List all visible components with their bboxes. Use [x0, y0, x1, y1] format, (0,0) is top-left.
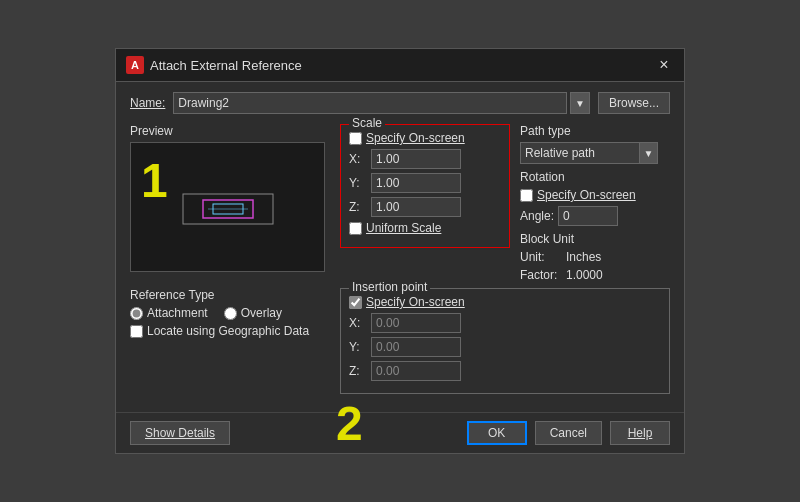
dialog-body: Name: ▼ Browse... Preview — [116, 82, 684, 412]
close-button[interactable]: × — [654, 55, 674, 75]
geographic-label: Locate using Geographic Data — [147, 324, 309, 338]
insertion-y-row: Y: — [349, 337, 661, 357]
insertion-z-row: Z: — [349, 361, 661, 381]
attachment-option[interactable]: Attachment — [130, 306, 208, 320]
scale-x-label: X: — [349, 152, 367, 166]
path-type-label: Path type — [520, 124, 670, 138]
factor-value: 1.0000 — [566, 268, 603, 282]
attachment-radio[interactable] — [130, 307, 143, 320]
scale-z-label: Z: — [349, 200, 367, 214]
unit-key: Unit: — [520, 250, 560, 264]
overlay-option[interactable]: Overlay — [224, 306, 282, 320]
block-unit-section: Block Unit Unit: Inches Factor: 1.0000 — [520, 232, 670, 282]
rotation-angle-row: Angle: — [520, 206, 670, 226]
rotation-label: Rotation — [520, 170, 670, 184]
annotation-1: 1 — [141, 153, 168, 208]
scale-specify-label: Specify On-screen — [366, 131, 465, 145]
path-type-dropdown-arrow[interactable]: ▼ — [640, 142, 658, 164]
browse-button[interactable]: Browse... — [598, 92, 670, 114]
insertion-specify-checkbox[interactable] — [349, 296, 362, 309]
reference-type-section: Reference Type Attachment Overlay — [130, 288, 330, 338]
attachment-label: Attachment — [147, 306, 208, 320]
rotation-angle-input[interactable] — [558, 206, 618, 226]
block-unit-label: Block Unit — [520, 232, 670, 246]
preview-label: Preview — [130, 124, 330, 138]
left-column: Preview 1 Reference Type — [130, 124, 330, 402]
insertion-point-label: Insertion point — [349, 280, 430, 294]
title-bar-left: A Attach External Reference — [126, 56, 302, 74]
rotation-specify-checkbox[interactable] — [520, 189, 533, 202]
insertion-x-label: X: — [349, 316, 367, 330]
insertion-point-group: Insertion point Specify On-screen X: Y: — [340, 288, 670, 394]
main-content: Preview 1 Reference Type — [130, 124, 670, 402]
insertion-x-input[interactable] — [371, 313, 461, 333]
name-label: Name: — [130, 96, 165, 110]
bottom-left: Show Details — [130, 421, 230, 445]
right-column: Scale Specify On-screen X: Y: — [340, 124, 670, 402]
preview-drawing — [163, 172, 293, 242]
scale-group: Scale Specify On-screen X: Y: — [340, 124, 510, 248]
path-type-column: Path type ▼ Rotation Specify On-screen — [520, 124, 670, 288]
preview-box: 1 — [130, 142, 325, 272]
rotation-specify-row: Specify On-screen — [520, 188, 670, 202]
geographic-checkbox[interactable] — [130, 325, 143, 338]
autocad-icon: A — [126, 56, 144, 74]
scale-z-row: Z: — [349, 197, 501, 217]
scale-y-input[interactable] — [371, 173, 461, 193]
scale-specify-checkbox[interactable] — [349, 132, 362, 145]
attach-external-reference-dialog: A Attach External Reference × Name: ▼ Br… — [115, 48, 685, 454]
uniform-scale-checkbox[interactable] — [349, 222, 362, 235]
scale-y-label: Y: — [349, 176, 367, 190]
scale-group-label: Scale — [349, 116, 385, 130]
cancel-button[interactable]: Cancel — [535, 421, 602, 445]
scale-y-row: Y: — [349, 173, 501, 193]
factor-row: Factor: 1.0000 — [520, 268, 670, 282]
uniform-scale-row: Uniform Scale — [349, 221, 501, 235]
scale-column: Scale Specify On-screen X: Y: — [340, 124, 510, 288]
bottom-right: OK Cancel Help — [467, 421, 670, 445]
scale-x-input[interactable] — [371, 149, 461, 169]
reference-type-label: Reference Type — [130, 288, 330, 302]
overlay-radio[interactable] — [224, 307, 237, 320]
overlay-label: Overlay — [241, 306, 282, 320]
help-button[interactable]: Help — [610, 421, 670, 445]
name-row: Name: ▼ Browse... — [130, 92, 670, 114]
insertion-y-input[interactable] — [371, 337, 461, 357]
unit-value: Inches — [566, 250, 601, 264]
ok-button[interactable]: OK — [467, 421, 527, 445]
dialog-title: Attach External Reference — [150, 58, 302, 73]
insertion-specify-row: Specify On-screen — [349, 295, 661, 309]
path-combo-row: ▼ — [520, 142, 670, 164]
rotation-specify-label: Specify On-screen — [537, 188, 636, 202]
title-bar: A Attach External Reference × — [116, 49, 684, 82]
insertion-specify-label: Specify On-screen — [366, 295, 465, 309]
reference-type-radio-row: Attachment Overlay — [130, 306, 330, 320]
scale-specify-row: Specify On-screen — [349, 131, 501, 145]
path-type-input[interactable] — [520, 142, 640, 164]
insertion-y-label: Y: — [349, 340, 367, 354]
insertion-x-row: X: — [349, 313, 661, 333]
right-top: Scale Specify On-screen X: Y: — [340, 124, 670, 288]
scale-z-input[interactable] — [371, 197, 461, 217]
name-input[interactable] — [173, 92, 567, 114]
rotation-angle-label: Angle: — [520, 209, 554, 223]
insertion-z-label: Z: — [349, 364, 367, 378]
rotation-section: Rotation Specify On-screen Angle: — [520, 170, 670, 226]
factor-key: Factor: — [520, 268, 560, 282]
uniform-scale-label: Uniform Scale — [366, 221, 441, 235]
show-details-button[interactable]: Show Details — [130, 421, 230, 445]
bottom-bar: Show Details 2 OK Cancel Help — [116, 412, 684, 453]
annotation-2: 2 — [336, 396, 363, 451]
name-dropdown-arrow[interactable]: ▼ — [570, 92, 590, 114]
scale-x-row: X: — [349, 149, 501, 169]
geographic-row: Locate using Geographic Data — [130, 324, 330, 338]
path-type-section: Path type ▼ — [520, 124, 670, 164]
unit-row: Unit: Inches — [520, 250, 670, 264]
insertion-z-input[interactable] — [371, 361, 461, 381]
